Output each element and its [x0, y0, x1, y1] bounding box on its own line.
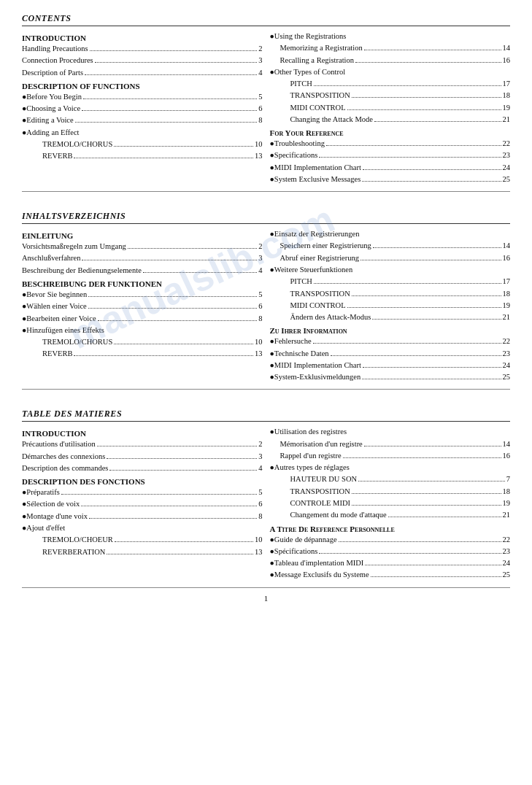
table-des-matieres-right: ●Utilisation des registres Mémorisation … — [270, 426, 511, 581]
inhaltsverzeichnis-right: ●Einsatz der Registrierungen Speichern e… — [270, 228, 511, 383]
toc-entry: ●Einsatz der Registrierungen — [270, 228, 511, 240]
spacer2 — [22, 395, 510, 409]
toc-entry: TRANSPOSITION 18 — [270, 486, 511, 498]
toc-entry: Rappel d'un registre 16 — [270, 450, 511, 462]
contents-right: ●Using the Registrations Memorizing a Re… — [270, 31, 511, 185]
spacer1 — [22, 198, 510, 211]
toc-entry: ●Other Types of Control — [270, 66, 511, 78]
for-your-reference-heading: For Your Reference — [270, 128, 511, 137]
einleitung-heading: EINLEITUNG — [22, 231, 263, 240]
inhaltsverzeichnis-title: INHALTSVERZEICHNIS — [22, 211, 510, 224]
toc-entry: HAUTEUR DU SON 7 — [270, 473, 511, 485]
toc-entry: MIDI CONTROL 19 — [270, 102, 511, 114]
toc-entry: ●Weitere Steuerfunktionen — [270, 264, 511, 276]
toc-entry: ●MIDI Implementation Chart 24 — [270, 162, 511, 174]
toc-entry: ●Autres types de réglages — [270, 462, 511, 473]
toc-entry: Description of Parts 4 — [22, 67, 263, 79]
toc-entry: ●Message Exclusifs du Systeme 25 — [270, 569, 511, 581]
description-fonctions-heading: DESCRIPTION DES FONCTIONS — [22, 477, 263, 486]
toc-entry: Handling Precautions 2 — [22, 43, 263, 55]
toc-entry: ●Technische Daten 23 — [270, 348, 511, 360]
toc-entry: ●Troubleshooting 22 — [270, 138, 511, 150]
toc-entry: ●Before You Begin 5 — [22, 91, 263, 103]
introduction-fr-heading: INTRODUCTION — [22, 429, 263, 438]
toc-entry: Démarches des connexions 3 — [22, 451, 263, 463]
toc-entry: Speichern einer Registrierung 14 — [270, 240, 511, 252]
toc-entry: REVERBERATION 13 — [22, 546, 263, 558]
toc-entry: ●Bearbeiten einer Voice 8 — [22, 313, 263, 325]
table-des-matieres-title: TABLE DES MATIERES — [22, 409, 510, 422]
toc-entry: ●Fehlersuche 22 — [270, 336, 511, 347]
contents-section: CONTENTS INTRODUCTION Handling Precautio… — [22, 13, 510, 192]
toc-entry: Description des commandes 4 — [22, 463, 263, 474]
toc-entry: PITCH 17 — [270, 78, 511, 90]
toc-entry: TREMOLO/CHORUS 10 — [22, 139, 263, 150]
toc-entry: ●Préparatifs 5 — [22, 487, 263, 498]
a-titre-reference-heading: A Titre De Reference Personnelle — [270, 525, 511, 533]
toc-entry: MIDI CONTROL 19 — [270, 300, 511, 312]
toc-entry: ●Wählen einer Voice 6 — [22, 301, 263, 312]
toc-entry: ●Sélection de voix 6 — [22, 498, 263, 510]
toc-entry: TRANSPOSITION 18 — [270, 90, 511, 101]
page-number: 1 — [22, 594, 510, 603]
toc-entry: ●System-Exklusivmeldungen 25 — [270, 371, 511, 383]
contents-title: CONTENTS — [22, 13, 510, 26]
toc-entry: ●Utilisation des registres — [270, 426, 511, 438]
toc-entry: REVERB 13 — [22, 348, 263, 360]
zu-ihrer-information-heading: Zu Ihrer Information — [270, 326, 511, 335]
toc-entry: ●Adding an Effect — [22, 127, 263, 139]
toc-entry: Mémorisation d'un registre 14 — [270, 438, 511, 450]
desc-heading: DESCRIPTION OF FUNCTIONS — [22, 82, 263, 90]
toc-entry: Changing the Attack Mode 21 — [270, 114, 511, 125]
toc-entry: Recalling a Registration 16 — [270, 55, 511, 66]
toc-entry: ●MIDI Implementation Chart 24 — [270, 360, 511, 371]
toc-entry: Précautions d'utilisation 2 — [22, 438, 263, 450]
toc-entry: ●Using the Registrations — [270, 31, 511, 42]
toc-entry: Changement du mode d'attaque 21 — [270, 509, 511, 521]
toc-entry: ●Spécifications 23 — [270, 546, 511, 557]
inhaltsverzeichnis-left: EINLEITUNG Vorsichtsmaßregeln zum Umgang… — [22, 228, 263, 383]
toc-entry: REVERB 13 — [22, 150, 263, 162]
toc-entry: TREMOLO/CHORUS 10 — [22, 336, 263, 348]
toc-entry: CONTROLE MIDI 19 — [270, 498, 511, 509]
toc-entry: Abruf einer Registrierung 16 — [270, 252, 511, 264]
toc-entry: ●Tableau d'implentation MIDI 24 — [270, 557, 511, 569]
table-des-matieres-left: INTRODUCTION Précautions d'utilisation 2… — [22, 426, 263, 581]
toc-entry: ●Guide de dépannage 22 — [270, 534, 511, 546]
toc-entry: ●Bevor Sie beginnen 5 — [22, 289, 263, 301]
toc-entry: ●Montage d'une voix 8 — [22, 511, 263, 522]
toc-entry: PITCH 17 — [270, 276, 511, 287]
toc-entry: ●Editing a Voice 8 — [22, 115, 263, 126]
toc-entry: ●Ajout d'effet — [22, 522, 263, 534]
inhaltsverzeichnis-columns: EINLEITUNG Vorsichtsmaßregeln zum Umgang… — [22, 228, 510, 383]
intro-heading: INTRODUCTION — [22, 34, 263, 42]
toc-entry: Memorizing a Registration 14 — [270, 42, 511, 54]
toc-entry: TRANSPOSITION 18 — [270, 288, 511, 300]
toc-entry: Ändern des Attack-Modus 21 — [270, 312, 511, 323]
toc-entry: ●Hinzufügen eines Effekts — [22, 325, 263, 336]
contents-columns: INTRODUCTION Handling Precautions 2 Conn… — [22, 31, 510, 185]
toc-entry: TREMOLO/CHOEUR 10 — [22, 534, 263, 546]
inhaltsverzeichnis-section: INHALTSVERZEICHNIS EINLEITUNG Vorsichtsm… — [22, 211, 510, 390]
toc-entry: ●Specifications 23 — [270, 150, 511, 161]
toc-entry: ●System Exclusive Messages 25 — [270, 174, 511, 185]
beschreibung-heading: BESCHREIBUNG DER FUNKTIONEN — [22, 279, 263, 288]
table-des-matieres-section: TABLE DES MATIERES INTRODUCTION Précauti… — [22, 409, 510, 587]
toc-entry: Vorsichtsmaßregeln zum Umgang 2 — [22, 241, 263, 252]
page: manualslib.com CONTENTS INTRODUCTION Han… — [0, 0, 532, 785]
toc-entry: Connection Procedures 3 — [22, 55, 263, 66]
contents-left: INTRODUCTION Handling Precautions 2 Conn… — [22, 31, 263, 185]
toc-entry: Beschreibung der Bedienungselemente 4 — [22, 265, 263, 277]
toc-entry: ●Choosing a Voice 6 — [22, 103, 263, 115]
toc-entry: Anschlußverfahren 3 — [22, 252, 263, 264]
table-des-matieres-columns: INTRODUCTION Précautions d'utilisation 2… — [22, 426, 510, 581]
